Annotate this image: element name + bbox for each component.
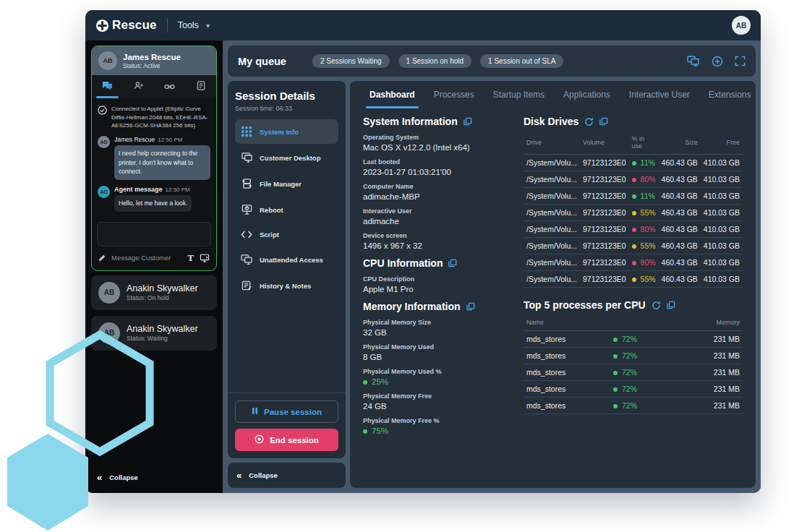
nav-item-system-info[interactable]: System Info <box>235 119 338 144</box>
field-value: adimache <box>363 217 505 226</box>
link-tab[interactable] <box>154 75 185 98</box>
cell-free: 410.03 GB <box>701 155 743 171</box>
details-collapse-button[interactable]: « Collapse <box>228 463 346 488</box>
status-dot <box>632 178 636 182</box>
table-row[interactable]: mds_stores72%231 MB <box>524 331 743 348</box>
message-composer: Message Customer T <box>97 222 211 265</box>
table-row[interactable]: /System/Volu...97123123E080%460.43 GB410… <box>524 221 743 238</box>
monitors-icon[interactable] <box>687 56 700 66</box>
system-message: Connected to Applet (Elliptic Curve Diff… <box>98 105 210 130</box>
table-row[interactable]: /System/Volu...97123123E080%460.43 GB410… <box>524 254 743 271</box>
pause-session-button[interactable]: Pause session <box>235 400 338 423</box>
field-label: Computer Name <box>363 183 505 190</box>
tab-processes[interactable]: Processes <box>427 81 481 108</box>
status-dot <box>632 278 636 282</box>
fullscreen-icon[interactable] <box>735 56 746 66</box>
notes-tab[interactable] <box>185 75 216 98</box>
table-row[interactable]: /System/Volu...97123123E011%460.43 GB410… <box>524 188 743 205</box>
section-title-row: CPU Information <box>363 257 505 269</box>
message-input[interactable] <box>97 222 211 246</box>
nav-item-reboot[interactable]: Reboot <box>235 197 338 222</box>
tab-interactive-user[interactable]: Interactive User <box>623 81 696 108</box>
new-session-icon[interactable] <box>712 56 723 67</box>
cell-free: 410.03 GB <box>701 254 743 271</box>
tab-dashboard[interactable]: Dashboard <box>363 81 422 108</box>
session-card-info: Anakin SkywalkerStatus: Waiting <box>127 324 198 342</box>
chat-tab[interactable] <box>92 75 123 98</box>
cell-pct-in-use: 11% <box>629 188 659 205</box>
session-time: Session time: 06:33 <box>235 105 338 112</box>
cell-cpu-pct: 72% <box>610 381 674 398</box>
waiting-sessions: ABAnakin SkywalkerStatus: On holdABAnaki… <box>85 275 223 356</box>
pct-value: 80% <box>641 175 656 184</box>
code-icon <box>241 231 252 239</box>
table-row[interactable]: /System/Volu...97123123E080%460.43 GB410… <box>524 171 743 188</box>
invite-tab[interactable] <box>123 75 154 98</box>
nav-item-history-notes[interactable]: History & Notes <box>235 273 338 298</box>
reboot-icon <box>241 205 252 215</box>
table-row[interactable]: mds_stores72%231 MB <box>524 348 743 364</box>
end-session-button[interactable]: End session <box>235 429 338 451</box>
pencil-icon <box>98 254 106 262</box>
copy-icon[interactable] <box>667 301 675 309</box>
pct-value: 55% <box>641 208 656 217</box>
field-label: Physical Memory Size <box>363 319 505 326</box>
table-row[interactable]: mds_stores72%231 MB <box>524 364 743 381</box>
table-row[interactable]: /System/Volu...97123123E011%460.43 GB410… <box>524 155 743 171</box>
copy-icon[interactable] <box>448 259 457 267</box>
table-row[interactable]: mds_stores72%231 MB <box>524 381 743 398</box>
tools-menu[interactable]: Tools ▾ <box>178 20 210 30</box>
pct-value: 72% <box>622 335 637 343</box>
push-url-icon[interactable] <box>200 254 210 262</box>
composer-placeholder[interactable]: Message Customer <box>111 254 182 262</box>
top-processes-table: NameMemory mds_stores72%231 MBmds_stores… <box>524 315 743 414</box>
user-avatar[interactable]: AB <box>732 16 751 35</box>
text-format-icon[interactable]: T <box>187 252 194 264</box>
field-label: Operating System <box>363 134 505 141</box>
status-dot <box>613 371 618 375</box>
nav-item-customer-desktop[interactable]: Customer Desktop <box>235 145 338 170</box>
cell-name: mds_stores <box>524 331 610 348</box>
cell-volume: 97123123E0 <box>580 254 629 271</box>
message-body: Agent message12:50 PMHello, let me have … <box>114 186 192 212</box>
plus-circle-logo-icon <box>95 19 109 33</box>
copy-icon[interactable] <box>599 117 608 126</box>
pct-value: 72% <box>622 351 637 360</box>
end-label: End session <box>270 436 319 445</box>
tab-startup-items[interactable]: Startup Items <box>487 81 551 108</box>
nav-item-file-manager[interactable]: File Manager <box>235 171 338 196</box>
nav-item-script[interactable]: Script <box>235 223 338 246</box>
session-card[interactable]: ABAnakin SkywalkerStatus: Waiting <box>91 316 217 351</box>
table-row[interactable]: /System/Volu...97123123E055%460.43 GB410… <box>524 271 743 288</box>
refresh-icon[interactable] <box>652 301 661 310</box>
table-row[interactable]: /System/Volu...97123123E055%460.43 GB410… <box>524 238 743 254</box>
status-dot <box>613 338 618 342</box>
nav-item-label: Script <box>260 231 279 239</box>
cell-size: 460.43 GB <box>659 254 701 271</box>
cell-name: mds_stores <box>524 398 610 414</box>
divider <box>228 392 346 393</box>
field-label: Physical Memory Used <box>363 343 505 351</box>
table-row[interactable]: /System/Volu...97123123E055%460.43 GB410… <box>524 205 743 221</box>
copy-icon[interactable] <box>464 117 472 126</box>
refresh-icon[interactable] <box>584 117 594 126</box>
tab-extensions[interactable]: Extensions <box>702 81 756 108</box>
composer-toolbar: Message Customer T <box>97 246 211 265</box>
sidebar-collapse-button[interactable]: « Collapse <box>85 462 223 493</box>
status-dot <box>613 354 618 359</box>
page: Rescue Tools ▾ AB AB James Rescue Status… <box>0 0 807 532</box>
active-session-card[interactable]: AB James Rescue Status: Active <box>91 46 217 271</box>
copy-icon[interactable] <box>466 302 475 311</box>
tab-applications[interactable]: Applications <box>557 81 617 108</box>
cell-volume: 97123123E0 <box>580 155 629 171</box>
session-card[interactable]: ABAnakin SkywalkerStatus: On hold <box>91 275 217 310</box>
message-time: 12:50 PM <box>166 186 190 193</box>
session-details-title: Session Details <box>235 90 338 102</box>
cell-volume: 97123123E0 <box>580 238 629 254</box>
column-header: Size <box>659 132 701 155</box>
cell-memory: 231 MB <box>674 348 743 364</box>
column-header: Memory <box>674 315 743 331</box>
pct-value: 80% <box>641 225 656 233</box>
nav-item-unattended-access[interactable]: Unattended Access <box>235 247 338 272</box>
table-row[interactable]: mds_stores72%231 MB <box>524 398 743 414</box>
